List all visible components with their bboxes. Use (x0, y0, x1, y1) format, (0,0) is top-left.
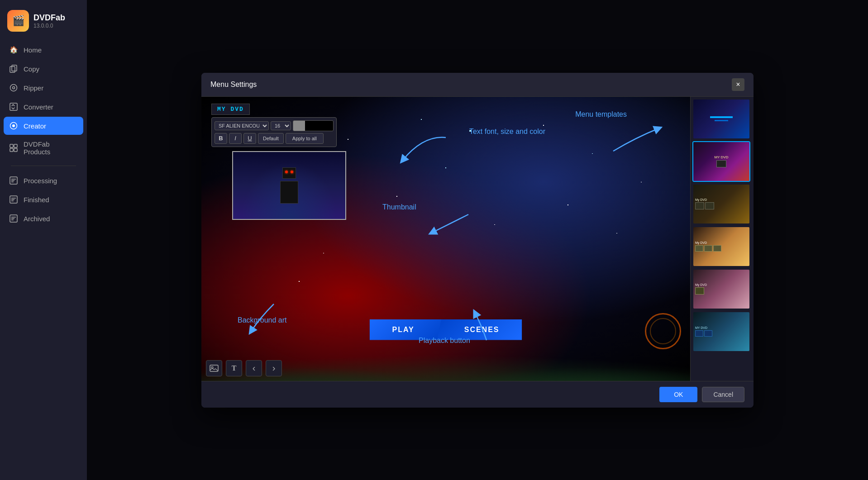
sidebar-nav: 🏠 Home Copy Ripper (0, 41, 87, 475)
template-item-6[interactable]: MY DVD (692, 311, 750, 352)
copy-icon (9, 64, 18, 73)
template-item-3[interactable]: My DVD (692, 184, 750, 224)
svg-point-3 (13, 87, 15, 89)
converter-icon (9, 102, 18, 111)
robot-eye-left (285, 171, 288, 173)
sidebar-item-copy[interactable]: Copy (4, 60, 83, 78)
text-tool-button[interactable]: T (226, 360, 242, 376)
corner-decoration (645, 313, 681, 349)
sidebar-item-home[interactable]: 🏠 Home (4, 41, 83, 59)
template-item-2[interactable]: MY DVD (692, 141, 750, 182)
archived-icon (9, 214, 18, 223)
color-picker[interactable] (293, 120, 334, 131)
sidebar-item-creator[interactable]: Creator (4, 117, 83, 135)
sidebar-item-home-label: Home (24, 46, 42, 54)
modal-close-button[interactable]: × (732, 78, 744, 91)
template-thumb-3: My DVD (693, 185, 749, 223)
font-size-select[interactable]: 16 (271, 121, 291, 130)
next-page-button[interactable]: › (266, 360, 282, 376)
svg-rect-7 (10, 144, 13, 147)
font-toolbar: SF ALIEN ENCOU 16 B I U Default (211, 117, 337, 147)
apply-to-all-button[interactable]: Apply to all (286, 133, 324, 144)
template-thumb-6: MY DVD (693, 312, 749, 351)
template-thumb-2: MY DVD (693, 142, 749, 181)
robot-eye-right (291, 171, 293, 173)
modal-body: MY DVD SF ALIEN ENCOU 16 (201, 97, 754, 381)
app-version: 13.0.0.0 (33, 23, 65, 29)
sidebar-item-processing[interactable]: Processing (4, 171, 83, 190)
svg-point-2 (10, 85, 17, 91)
template-item-5[interactable]: My DVD (692, 269, 750, 309)
robot-body (280, 181, 298, 204)
play-button[interactable]: PLAY (370, 319, 442, 340)
prev-page-button[interactable]: ‹ (246, 360, 262, 376)
sidebar-item-ripper-label: Ripper (24, 84, 43, 92)
sidebar-item-finished[interactable]: Finished (4, 190, 83, 209)
sidebar-item-archived-label: Archived (24, 215, 50, 223)
font-toolbar-row1: SF ALIEN ENCOU 16 (215, 120, 334, 131)
svg-rect-28 (210, 365, 218, 371)
finished-icon (9, 195, 18, 204)
templates-sidebar: MY DVD My DVD (690, 97, 754, 381)
dvd-title-label[interactable]: MY DVD (211, 104, 250, 115)
app-logo: 🎬 DVDFab 13.0.0.0 (0, 5, 87, 41)
sidebar-item-dvdfab-products-label: DVDFab Products (24, 140, 78, 156)
modal-header: Menu Settings × (201, 73, 754, 97)
sidebar-item-creator-label: Creator (24, 122, 46, 130)
dvdfab-products-icon (9, 143, 18, 152)
svg-rect-9 (10, 148, 13, 152)
font-toolbar-row2: B I U Default Apply to all (215, 133, 334, 144)
ok-button[interactable]: OK (659, 387, 697, 402)
processing-icon (9, 176, 18, 185)
template-item-1[interactable] (692, 99, 750, 139)
modal-title: Menu Settings (210, 81, 257, 89)
font-family-select[interactable]: SF ALIEN ENCOU (215, 121, 269, 130)
app-name: DVDFab (33, 13, 65, 23)
italic-button[interactable]: I (229, 133, 242, 144)
canvas-area: MY DVD SF ALIEN ENCOU 16 (201, 97, 690, 381)
sidebar-item-ripper[interactable]: Ripper (4, 79, 83, 97)
svg-point-6 (12, 124, 15, 127)
robot-shape (276, 167, 303, 204)
sidebar-item-finished-label: Finished (24, 196, 49, 204)
robot-head (282, 167, 296, 179)
modal-footer: OK Cancel (201, 381, 754, 408)
image-icon (210, 364, 219, 373)
svg-rect-10 (14, 148, 17, 152)
sidebar-item-converter-label: Converter (24, 103, 53, 111)
play-buttons-area: PLAY SCENES (370, 319, 522, 340)
bold-button[interactable]: B (215, 133, 227, 144)
sidebar-item-dvdfab-products[interactable]: DVDFab Products (4, 136, 83, 160)
creator-icon (9, 121, 18, 130)
thumbnail-box[interactable] (232, 151, 346, 220)
cancel-button[interactable]: Cancel (702, 387, 744, 402)
text-tool-icon: T (232, 364, 237, 372)
template-thumb-1 (693, 100, 749, 138)
sidebar-item-processing-label: Processing (24, 177, 57, 185)
underline-button[interactable]: U (243, 133, 256, 144)
canvas-toolbar: T ‹ › (206, 360, 282, 376)
svg-rect-1 (12, 65, 17, 71)
ripper-icon (9, 83, 18, 92)
svg-rect-4 (10, 103, 17, 110)
modal-overlay: Menu Settings × MY DVD (87, 0, 868, 480)
robot-eyes (283, 168, 296, 173)
default-button[interactable]: Default (258, 133, 284, 144)
logo-icon: 🎬 (7, 10, 29, 32)
scenes-button[interactable]: SCENES (437, 319, 522, 340)
menu-settings-modal: Menu Settings × MY DVD (201, 73, 754, 408)
main-content: Menu Settings × MY DVD (87, 0, 868, 480)
background-image-button[interactable] (206, 360, 222, 376)
template-thumb-5: My DVD (693, 270, 749, 309)
template-thumb-4: My DVD (693, 227, 749, 266)
thumbnail-inner (233, 152, 345, 219)
sidebar-item-converter[interactable]: Converter (4, 98, 83, 116)
template-item-4[interactable]: My DVD (692, 226, 750, 267)
sidebar: 🎬 DVDFab 13.0.0.0 🏠 Home Copy (0, 0, 87, 480)
svg-rect-0 (10, 67, 15, 72)
sidebar-item-copy-label: Copy (24, 65, 39, 73)
sidebar-item-archived[interactable]: Archived (4, 209, 83, 228)
logo-text: DVDFab 13.0.0.0 (33, 13, 65, 29)
svg-rect-8 (14, 144, 17, 147)
sidebar-divider (11, 166, 76, 166)
